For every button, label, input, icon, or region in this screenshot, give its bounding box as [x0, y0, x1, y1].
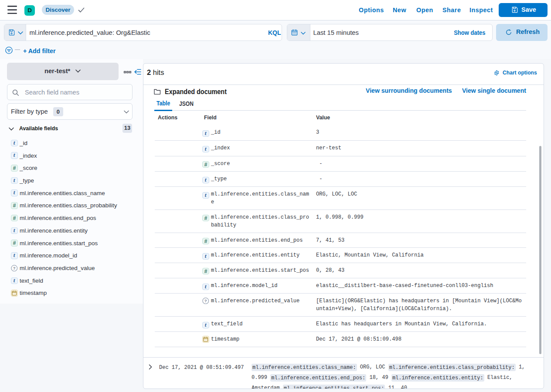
svg-text:?: ? [204, 298, 207, 303]
svg-text:?: ? [13, 266, 16, 270]
